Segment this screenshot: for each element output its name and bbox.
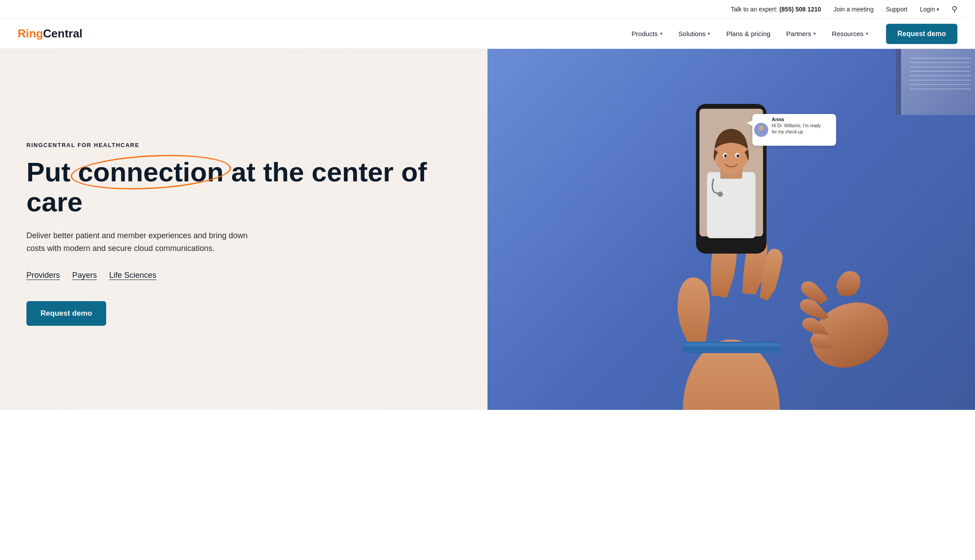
payers-link[interactable]: Payers	[72, 271, 97, 280]
login-button[interactable]: Login ▾	[920, 6, 939, 13]
join-meeting-link[interactable]: Join a meeting	[834, 6, 874, 13]
svg-point-14	[718, 192, 723, 197]
nav-links: Products ▾ Solutions ▾ Plans & pricing P…	[632, 30, 868, 37]
nav-request-demo-button[interactable]: Request demo	[886, 24, 957, 44]
life-sciences-link[interactable]: Life Sciences	[109, 271, 156, 280]
resources-chevron-icon: ▾	[866, 31, 868, 37]
hero-eyebrow: RINGCENTRAL FOR HEALTHCARE	[26, 142, 461, 148]
svg-rect-7	[707, 172, 756, 238]
logo[interactable]: RingCentral	[18, 27, 82, 41]
logo-ring: Ring	[18, 27, 43, 41]
hero-section: RINGCENTRAL FOR HEALTHCARE Put connectio…	[0, 49, 975, 410]
hero-left-panel: RINGCENTRAL FOR HEALTHCARE Put connectio…	[0, 49, 488, 410]
hero-subtext: Deliver better patient and member experi…	[26, 229, 255, 255]
nav-plans-pricing[interactable]: Plans & pricing	[726, 30, 770, 37]
svg-point-12	[724, 155, 727, 158]
nav-solutions[interactable]: Solutions ▾	[679, 30, 711, 37]
circled-word: connection	[78, 157, 224, 187]
login-chevron-icon: ▾	[937, 7, 939, 12]
hero-links: Providers Payers Life Sciences	[26, 271, 461, 280]
svg-point-19	[759, 125, 764, 131]
svg-text:Hi Dr. Williams, I'm ready: Hi Dr. Williams, I'm ready	[772, 123, 821, 128]
top-bar: Talk to an expert: (855) 508 1210 Join a…	[0, 0, 975, 19]
main-nav: RingCentral Products ▾ Solutions ▾ Plans…	[0, 19, 975, 49]
nav-resources[interactable]: Resources ▾	[832, 30, 868, 37]
svg-rect-3	[683, 343, 780, 346]
hero-headline: Put connection at the center of care	[26, 157, 461, 217]
providers-link[interactable]: Providers	[26, 271, 60, 280]
svg-text:for my check-up: for my check-up	[772, 129, 804, 134]
nav-partners[interactable]: Partners ▾	[786, 30, 816, 37]
hero-request-demo-button[interactable]: Request demo	[26, 301, 106, 326]
hero-right-panel: Anna Hi Dr. Williams, I'm ready for my c…	[488, 49, 975, 410]
illustration-wrapper: Anna Hi Dr. Williams, I'm ready for my c…	[488, 49, 975, 410]
svg-point-13	[737, 155, 739, 158]
solutions-chevron-icon: ▾	[708, 31, 710, 37]
talk-to-expert-text: Talk to an expert: (855) 508 1210	[731, 6, 821, 13]
phone-number: (855) 508 1210	[779, 6, 821, 13]
svg-text:Anna: Anna	[772, 117, 784, 122]
logo-central: Central	[43, 27, 83, 41]
products-chevron-icon: ▾	[660, 31, 663, 37]
partners-chevron-icon: ▾	[813, 31, 816, 37]
support-link[interactable]: Support	[886, 6, 908, 13]
search-icon[interactable]: ⚲	[952, 4, 957, 14]
nav-products[interactable]: Products ▾	[632, 30, 662, 37]
